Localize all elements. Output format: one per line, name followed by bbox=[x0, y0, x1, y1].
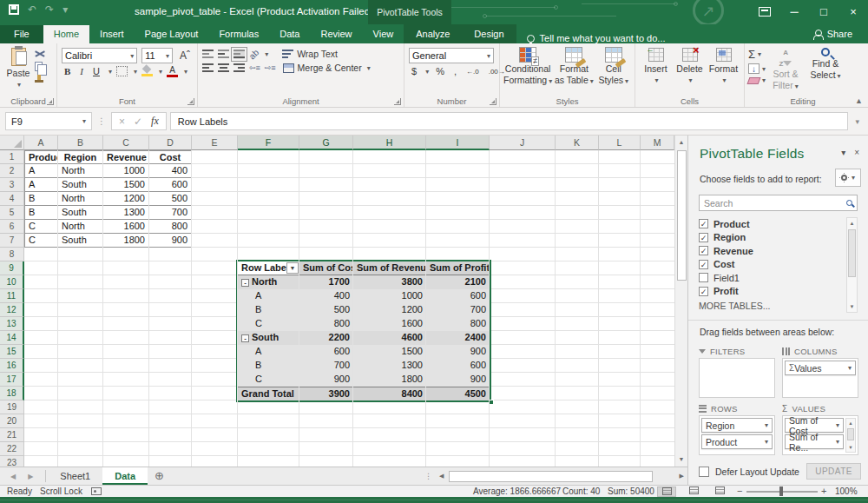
row-labels-filter-icon[interactable]: ▼ bbox=[286, 262, 299, 274]
row-header-14[interactable]: 14 bbox=[0, 331, 24, 345]
pivot-header-sum-of-profit[interactable]: Sum of Profit bbox=[426, 261, 490, 275]
column-header-c[interactable]: C bbox=[103, 136, 149, 150]
pivot-value-cell[interactable]: 700 bbox=[426, 303, 490, 317]
source-cell[interactable]: North bbox=[58, 192, 103, 206]
column-header-m[interactable]: M bbox=[641, 136, 674, 150]
column-header-j[interactable]: J bbox=[490, 136, 556, 150]
tab-file[interactable]: File bbox=[0, 25, 43, 43]
column-header-g[interactable]: G bbox=[299, 136, 353, 150]
row-header-3[interactable]: 3 bbox=[0, 178, 24, 192]
source-cell[interactable]: A bbox=[24, 164, 58, 178]
zoom-slider[interactable] bbox=[746, 491, 818, 493]
align-center-icon[interactable] bbox=[218, 63, 229, 73]
tab-home[interactable]: Home bbox=[43, 25, 89, 43]
scroll-down-icon[interactable]: ▼ bbox=[675, 453, 687, 467]
scroll-up-icon[interactable]: ▲ bbox=[675, 136, 687, 149]
column-header-d[interactable]: D bbox=[149, 136, 192, 150]
field-checkbox-revenue[interactable]: ✓ bbox=[699, 246, 708, 255]
column-header-f[interactable]: F bbox=[238, 136, 299, 150]
pivot-value-cell[interactable]: 1000 bbox=[353, 289, 426, 303]
page-layout-view-icon[interactable] bbox=[684, 486, 703, 497]
values-chip-sum-of-re-[interactable]: Sum of Re...▾ bbox=[785, 434, 844, 449]
pivot-label-cell[interactable]: A bbox=[238, 289, 299, 303]
align-middle-icon[interactable] bbox=[218, 50, 229, 59]
clear-button[interactable]: ▾ bbox=[748, 76, 766, 84]
pivot-value-cell[interactable]: 8400 bbox=[353, 387, 426, 400]
maximize-button[interactable]: □ bbox=[809, 0, 838, 24]
confirm-entry-icon[interactable]: ✓ bbox=[134, 116, 142, 128]
source-cell[interactable]: 1800 bbox=[103, 234, 149, 248]
name-box[interactable]: F9 ▾ bbox=[5, 112, 92, 130]
field-checkbox-field1[interactable] bbox=[699, 273, 708, 282]
formula-input[interactable]: Row Labels bbox=[170, 112, 849, 130]
source-cell[interactable]: 800 bbox=[149, 220, 192, 234]
cut-icon[interactable] bbox=[35, 50, 45, 58]
scroll-left-icon[interactable]: ◀ bbox=[436, 473, 447, 480]
tab-review[interactable]: Review bbox=[310, 25, 362, 43]
align-bottom-icon[interactable] bbox=[233, 50, 245, 59]
filters-area[interactable] bbox=[699, 358, 775, 398]
align-top-icon[interactable] bbox=[202, 50, 214, 59]
pivot-header-sum-of-revenue[interactable]: Sum of Revenue bbox=[353, 261, 426, 275]
cancel-entry-icon[interactable]: × bbox=[119, 116, 125, 128]
fill-color-icon[interactable] bbox=[141, 66, 153, 76]
pivot-value-cell[interactable]: 2200 bbox=[299, 331, 353, 345]
tell-me-box[interactable]: Tell me what you want to do... bbox=[527, 33, 666, 43]
pivot-value-cell[interactable]: 3800 bbox=[353, 275, 426, 289]
zoom-level[interactable]: 100% bbox=[835, 486, 858, 496]
field-item-field1[interactable]: Field1 bbox=[699, 271, 858, 285]
source-cell[interactable]: North bbox=[58, 164, 103, 178]
pivot-value-cell[interactable]: 1300 bbox=[353, 359, 426, 373]
autosum-button[interactable]: Σ▾ bbox=[748, 48, 766, 61]
zoom-in-icon[interactable]: + bbox=[821, 486, 826, 496]
tab-view[interactable]: View bbox=[363, 25, 404, 43]
row-header-22[interactable]: 22 bbox=[0, 442, 24, 456]
pivot-header-sum-of-cost[interactable]: Sum of Cost bbox=[299, 261, 353, 275]
values-area[interactable]: Sum of Cost▾Sum of Re...▾ ▲ ▼ bbox=[782, 415, 858, 455]
close-button[interactable]: × bbox=[838, 0, 868, 24]
select-all-corner[interactable] bbox=[0, 136, 24, 150]
pivot-value-cell[interactable]: 900 bbox=[426, 345, 490, 359]
source-cell[interactable]: South bbox=[58, 234, 103, 248]
save-icon[interactable] bbox=[9, 4, 19, 15]
row-header-16[interactable]: 16 bbox=[0, 359, 24, 373]
alignment-dialog-launcher-icon[interactable] bbox=[394, 98, 401, 105]
increase-indent-icon[interactable]: ⇨≡ bbox=[265, 63, 276, 72]
zoom-slider-thumb[interactable] bbox=[779, 486, 783, 496]
share-button[interactable]: Share bbox=[805, 25, 861, 43]
update-button[interactable]: UPDATE bbox=[806, 463, 861, 480]
macro-record-icon[interactable] bbox=[91, 487, 102, 495]
tab-insert[interactable]: Insert bbox=[89, 25, 135, 43]
pivot-label-cell[interactable]: C bbox=[238, 317, 299, 331]
format-cells-button[interactable]: Format▾ bbox=[707, 46, 740, 95]
conditional-formatting-button[interactable]: Conditional Formatting▾ bbox=[503, 46, 552, 95]
sheet-tab-data[interactable]: Data bbox=[102, 467, 148, 485]
collapse-ribbon-icon[interactable]: ▲ bbox=[855, 96, 863, 105]
number-format-combo[interactable]: General▾ bbox=[409, 48, 494, 63]
fields-scroll-thumb[interactable] bbox=[848, 229, 856, 277]
pivot-value-cell[interactable]: 400 bbox=[299, 289, 353, 303]
row-header-15[interactable]: 15 bbox=[0, 345, 24, 359]
sheet-tab-sheet1[interactable]: Sheet1 bbox=[48, 467, 102, 485]
insert-function-icon[interactable]: fx bbox=[151, 115, 159, 128]
sort-filter-button[interactable]: AZ Sort & Filter▾ bbox=[766, 46, 806, 95]
source-cell[interactable]: 1000 bbox=[103, 164, 149, 178]
qat-customize-icon[interactable]: ▾ bbox=[62, 4, 68, 15]
row-header-12[interactable]: 12 bbox=[0, 303, 24, 317]
column-header-l[interactable]: L bbox=[599, 136, 641, 150]
chip-caret-icon[interactable]: ▾ bbox=[765, 438, 768, 446]
more-tables-label[interactable]: MORE TABLES... bbox=[699, 301, 858, 311]
tab-scroll-splitter[interactable]: ⋮ bbox=[424, 467, 436, 485]
column-header-k[interactable]: K bbox=[556, 136, 599, 150]
pivot-value-cell[interactable]: 900 bbox=[299, 373, 353, 387]
source-cell[interactable]: 900 bbox=[149, 234, 192, 248]
field-item-cost[interactable]: ✓Cost bbox=[699, 258, 858, 272]
sheet-prev-icon[interactable]: ◀ bbox=[10, 473, 16, 480]
values-scroll-down-icon[interactable]: ▼ bbox=[846, 443, 855, 452]
pivot-value-cell[interactable]: 1800 bbox=[353, 373, 426, 387]
source-cell[interactable]: South bbox=[58, 178, 103, 192]
sheet-next-icon[interactable]: ▶ bbox=[28, 473, 33, 480]
pivot-value-cell[interactable]: 2100 bbox=[426, 275, 490, 289]
source-cell[interactable]: 400 bbox=[149, 164, 192, 178]
values-scroll-thumb[interactable] bbox=[847, 428, 854, 440]
